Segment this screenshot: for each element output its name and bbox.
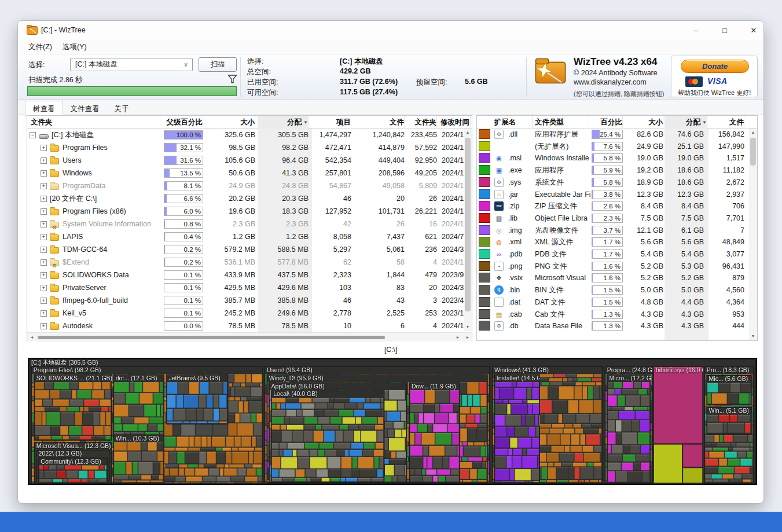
- scroll-thumb[interactable]: [465, 138, 471, 311]
- table-row[interactable]: +LAPIS0.4 %1.2 GB1.2 GB8,0587,4376212024…: [27, 230, 472, 243]
- column-header-0[interactable]: 文件夹: [31, 116, 160, 129]
- scroll-right-arrow[interactable]: ►: [453, 333, 462, 342]
- table-row[interactable]: .datDAT 文件1.5 %4.8 GB4.4 GB4,364: [477, 296, 757, 309]
- table-row[interactable]: ⚙.dll应用程序扩展25.4 %82.6 GB74.6 GB156,842: [477, 129, 757, 141]
- folder-name-cell: +Program Files (x86): [27, 205, 161, 218]
- column-header-3[interactable]: 大小: [625, 116, 663, 129]
- column-header-label: 大小: [240, 118, 255, 126]
- tree-expander-icon[interactable]: +: [41, 145, 47, 151]
- tree-expander-icon[interactable]: +: [41, 157, 47, 164]
- tree-expander-icon[interactable]: +: [41, 272, 47, 278]
- table-row[interactable]: +Program Files32.1 %98.5 GB98.2 GB472,47…: [27, 141, 472, 154]
- column-header-5[interactable]: 文件: [356, 116, 405, 129]
- column-header-2[interactable]: 百分比: [570, 116, 623, 129]
- tree-expander-icon[interactable]: −: [30, 132, 36, 138]
- types-table-vertical-scrollbar[interactable]: ▲▼: [749, 129, 757, 340]
- table-row[interactable]: +Program Files (x86)6.0 %19.6 GB18.3 GB1…: [27, 205, 472, 218]
- tree-expander-icon[interactable]: +: [41, 170, 47, 177]
- folder-table-vertical-scrollbar[interactable]: ▲▼: [464, 129, 472, 331]
- percent-value: 0.1 %: [184, 271, 201, 279]
- table-row[interactable]: +ProgramData8.1 %24.9 GB24.8 GB54,86749,…: [27, 179, 472, 192]
- app-website-link[interactable]: www.diskanalyzer.com: [574, 78, 647, 86]
- column-header-7[interactable]: 修改时间: [440, 116, 471, 129]
- column-header-4[interactable]: 项目: [313, 116, 351, 129]
- tree-expander-icon[interactable]: +: [41, 285, 47, 291]
- scroll-up-arrow[interactable]: ▲: [464, 129, 472, 137]
- scroll-down-arrow[interactable]: ▼: [749, 332, 757, 340]
- scroll-down-arrow[interactable]: ▼: [464, 323, 472, 331]
- table-row[interactable]: ◉.msiWindows Installe5.8 %19.0 GB19.0 GB…: [477, 152, 757, 164]
- tree-expander-icon[interactable]: +: [41, 298, 47, 304]
- table-row[interactable]: +Windows13.5 %50.6 GB41.3 GB257,801208,5…: [27, 167, 472, 179]
- table-row[interactable]: (无扩展名)7.6 %24.9 GB25.1 GB147,990: [477, 141, 757, 153]
- table-row[interactable]: ▤.cabCab 文件1.3 %4.3 GB4.3 GB953: [477, 309, 757, 321]
- tree-expander-icon[interactable]: +: [41, 234, 47, 240]
- scroll-right-arrow[interactable]: ►: [463, 333, 472, 342]
- table-row[interactable]: +Users31.6 %105.6 GB96.4 GB542,354449,40…: [27, 154, 472, 167]
- column-header-0[interactable]: 扩展名: [494, 116, 533, 129]
- tree-expander-icon[interactable]: +: [41, 196, 47, 202]
- table-row[interactable]: ∞.pdbPDB 文件1.7 %5.4 GB5.4 GB3,077: [477, 248, 757, 261]
- table-row[interactable]: +PrivateServer0.1 %429.5 MB429.6 MB10383…: [27, 281, 472, 294]
- folder-table-horizontal-scrollbar[interactable]: ◄►►: [27, 332, 472, 342]
- tree-expander-icon[interactable]: +: [41, 247, 47, 253]
- scroll-thumb[interactable]: [38, 336, 385, 339]
- menu-item-1[interactable]: 选项(Y): [57, 40, 92, 54]
- tab-tree-view[interactable]: 树查看: [25, 101, 63, 117]
- table-row[interactable]: +Autodesk0.0 %78.5 MB78.5 MB10642024/10: [27, 320, 472, 332]
- table-row[interactable]: +ffmpeg-6.0-full_build0.1 %385.7 MB385.8…: [27, 294, 472, 307]
- files-cell: 2,937: [710, 189, 744, 201]
- info-free-value: 117.5 GB (27.4%): [340, 88, 398, 96]
- tree-expander-icon[interactable]: +: [41, 183, 47, 189]
- table-row[interactable]: +SOLIDWORKS Data0.1 %433.9 MB437.5 MB2,3…: [27, 269, 472, 281]
- table-row[interactable]: ▪.pngPNG 文件1.6 %5.2 GB5.3 GB96,431: [477, 261, 757, 273]
- column-header-4[interactable]: 分配▼: [664, 116, 707, 129]
- table-row[interactable]: +$Extend0.2 %536.1 MB577.8 MB625842024/1…: [27, 256, 472, 269]
- table-row[interactable]: ◎.img光盘映像文件3.7 %12.1 GB6.1 GB7: [477, 225, 757, 237]
- table-row[interactable]: +[20 文件在 C:\]6.6 %20.2 GB20.3 GB46202620…: [27, 192, 472, 205]
- table-row[interactable]: ❖.vsixMicrosoft Visual1.6 %5.2 GB5.2 GB8…: [477, 272, 757, 284]
- scroll-left-arrow[interactable]: ◄: [27, 333, 36, 342]
- table-row[interactable]: ⚙.sys系统文件5.8 %18.9 GB18.6 GB2,672: [477, 177, 757, 189]
- donate-button[interactable]: Donate: [681, 60, 749, 73]
- folder-table-header: 文件夹父级百分比大小分配▼项目文件文件夹修改时间: [27, 116, 472, 129]
- tree-expander-icon[interactable]: +: [41, 310, 47, 317]
- tree-expander-icon[interactable]: +: [41, 221, 47, 228]
- scroll-thumb[interactable]: [750, 138, 756, 166]
- tree-expander-icon[interactable]: +: [41, 323, 47, 329]
- table-row[interactable]: ▣.exe应用程序5.9 %19.2 GB18.6 GB11,182: [477, 164, 757, 177]
- table-row[interactable]: ⚙.dbData Base File1.3 %4.3 GB4.3 GB444: [477, 320, 757, 332]
- minimize-button[interactable]: –: [682, 21, 709, 40]
- column-header-3[interactable]: 分配▼: [258, 116, 309, 129]
- table-row[interactable]: ♨.jarExecutable Jar Fi3.8 %12.3 GB12.3 G…: [477, 189, 757, 201]
- alloc-cell: 98.2 GB: [258, 141, 309, 154]
- table-row[interactable]: −[C:] 本地磁盘100.0 %325.6 GB305.5 GB1,474,2…: [27, 129, 472, 141]
- items-cell: 42: [313, 218, 351, 230]
- table-row[interactable]: +Keil_v50.1 %245.2 MB249.6 MB2,7782,5252…: [27, 307, 472, 320]
- drive-select[interactable]: [C:] 本地磁盘 ∨: [70, 58, 193, 71]
- table-row[interactable]: ◍.xmlXML 源文件1.7 %5.6 GB5.6 GB48,849: [477, 236, 757, 248]
- close-button[interactable]: ✕: [740, 21, 764, 40]
- folder-name: $Extend: [63, 256, 89, 269]
- menu-item-0[interactable]: 文件(Z): [23, 40, 57, 54]
- table-row[interactable]: +TDM-GCC-640.2 %579.2 MB588.5 MB5,2975,0…: [27, 243, 472, 256]
- scan-button[interactable]: 扫描: [199, 57, 237, 72]
- maximize-button[interactable]: □: [711, 21, 738, 40]
- extension-cell: .dat: [508, 296, 534, 309]
- tab-about[interactable]: 关于: [107, 101, 137, 116]
- tree-expander-icon[interactable]: +: [41, 259, 47, 266]
- column-header-6[interactable]: 文件夹: [409, 116, 437, 129]
- tree-expander-icon[interactable]: +: [41, 208, 47, 215]
- scroll-up-arrow[interactable]: ▲: [749, 129, 757, 137]
- table-row[interactable]: +System Volume Information0.8 %2.3 GB2.3…: [27, 218, 472, 230]
- table-row[interactable]: ZIP.zipZIP 压缩文件2.6 %8.4 GB8.4 GB706: [477, 200, 757, 212]
- filter-funnel-icon[interactable]: [227, 74, 237, 84]
- treemap[interactable]: [C:] 本地磁盘 (305.5 GB)Program Files\ (98.2…: [28, 358, 757, 485]
- column-header-1[interactable]: 父级百分比: [164, 116, 203, 129]
- table-row[interactable]: ▥.libObject File Libra2.3 %7.5 GB7.5 GB7…: [477, 212, 757, 225]
- files-cell: 1,844: [356, 269, 405, 281]
- column-header-2[interactable]: 大小: [204, 116, 255, 129]
- column-header-5[interactable]: 文件: [710, 116, 744, 129]
- tab-file-view[interactable]: 文件查看: [63, 101, 107, 116]
- table-row[interactable]: ↯.binBIN 文件1.5 %5.0 GB5.0 GB4,560: [477, 284, 757, 296]
